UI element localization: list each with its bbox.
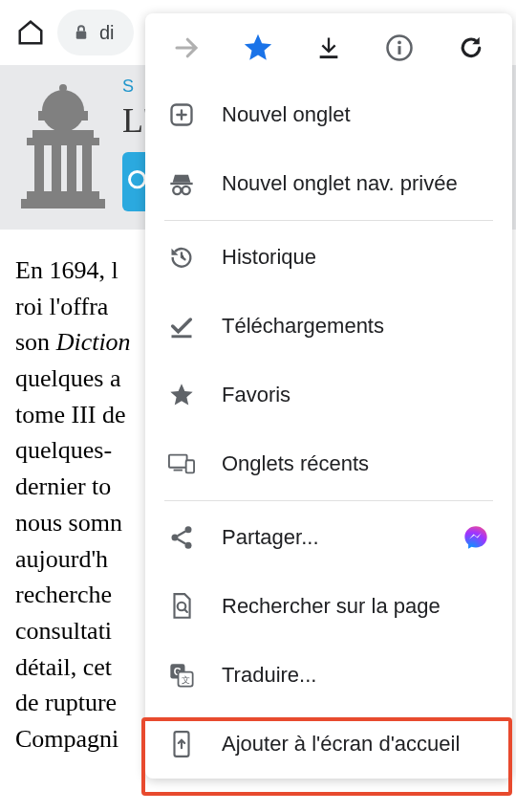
svg-point-26 <box>185 526 192 533</box>
svg-rect-22 <box>172 335 192 338</box>
devices-icon <box>168 452 195 475</box>
plus-box-icon <box>168 101 195 128</box>
menu-history[interactable]: Historique <box>145 223 512 292</box>
svg-rect-19 <box>170 183 192 185</box>
svg-rect-0 <box>76 32 87 39</box>
menu-item-label: Traduire... <box>222 663 316 688</box>
menu-item-label: Historique <box>222 245 316 270</box>
messenger-icon <box>462 524 489 551</box>
svg-point-20 <box>173 187 181 194</box>
svg-rect-7 <box>34 145 44 191</box>
info-icon <box>385 33 414 62</box>
browser-menu: Nouvel onglet Nouvel onglet nav. privée … <box>145 13 512 779</box>
forward-arrow-icon <box>172 33 201 62</box>
svg-rect-11 <box>27 191 99 199</box>
svg-rect-9 <box>67 145 76 191</box>
history-icon <box>168 244 195 271</box>
add-homescreen-icon <box>170 730 193 758</box>
building-logo-icon <box>15 84 111 218</box>
menu-item-label: Ajouter à l'écran d'accueil <box>222 732 460 757</box>
menu-add-to-homescreen[interactable]: Ajouter à l'écran d'accueil <box>145 710 512 779</box>
download-button[interactable] <box>306 25 352 71</box>
svg-point-21 <box>183 187 190 194</box>
translate-icon: G 文 <box>168 662 195 689</box>
incognito-icon <box>168 170 195 197</box>
download-check-icon <box>168 313 195 340</box>
share-icon <box>168 524 195 551</box>
svg-rect-2 <box>38 111 88 121</box>
star-icon <box>168 382 195 408</box>
svg-point-16 <box>398 41 401 45</box>
svg-rect-8 <box>52 145 61 191</box>
svg-point-13 <box>130 172 145 187</box>
home-icon <box>16 18 45 47</box>
download-icon <box>315 34 342 61</box>
menu-share[interactable]: Partager... <box>145 503 512 572</box>
menu-item-label: Rechercher sur la page <box>222 594 441 619</box>
menu-item-label: Onglets récents <box>222 451 369 476</box>
menu-item-label: Téléchargements <box>222 314 384 339</box>
svg-rect-5 <box>32 130 94 138</box>
svg-rect-25 <box>186 460 194 472</box>
svg-rect-23 <box>169 455 187 468</box>
svg-rect-12 <box>21 199 105 208</box>
forward-button[interactable] <box>163 25 209 71</box>
menu-top-row <box>145 19 512 80</box>
menu-downloads[interactable]: Téléchargements <box>145 292 512 361</box>
menu-divider <box>164 500 493 501</box>
menu-divider <box>164 220 493 221</box>
info-button[interactable] <box>376 25 422 71</box>
menu-item-label: Nouvel onglet nav. privée <box>222 171 458 196</box>
svg-text:文: 文 <box>182 675 190 685</box>
reload-button[interactable] <box>448 25 494 71</box>
menu-find-in-page[interactable]: Rechercher sur la page <box>145 572 512 641</box>
svg-rect-17 <box>398 46 401 55</box>
menu-bookmarks[interactable]: Favoris <box>145 361 512 429</box>
menu-translate[interactable]: G 文 Traduire... <box>145 641 512 710</box>
find-page-icon <box>169 592 194 621</box>
menu-item-label: Nouvel onglet <box>222 102 351 127</box>
svg-rect-24 <box>174 470 183 472</box>
svg-point-27 <box>172 535 179 541</box>
svg-point-28 <box>185 542 192 549</box>
svg-rect-10 <box>82 145 92 191</box>
menu-recent-tabs[interactable]: Onglets récents <box>145 429 512 498</box>
url-text: di <box>99 22 115 44</box>
svg-rect-6 <box>27 138 99 145</box>
home-button[interactable] <box>11 13 50 52</box>
url-bar[interactable]: di <box>57 10 134 55</box>
star-filled-icon <box>242 32 274 64</box>
lock-icon <box>73 23 90 42</box>
svg-rect-4 <box>61 90 65 98</box>
bookmark-button[interactable] <box>235 25 281 71</box>
menu-incognito[interactable]: Nouvel onglet nav. privée <box>145 149 512 218</box>
svg-rect-14 <box>320 55 338 58</box>
menu-new-tab[interactable]: Nouvel onglet <box>145 80 512 149</box>
menu-item-label: Partager... <box>222 525 319 550</box>
menu-item-label: Favoris <box>222 383 290 407</box>
reload-icon <box>457 33 485 62</box>
